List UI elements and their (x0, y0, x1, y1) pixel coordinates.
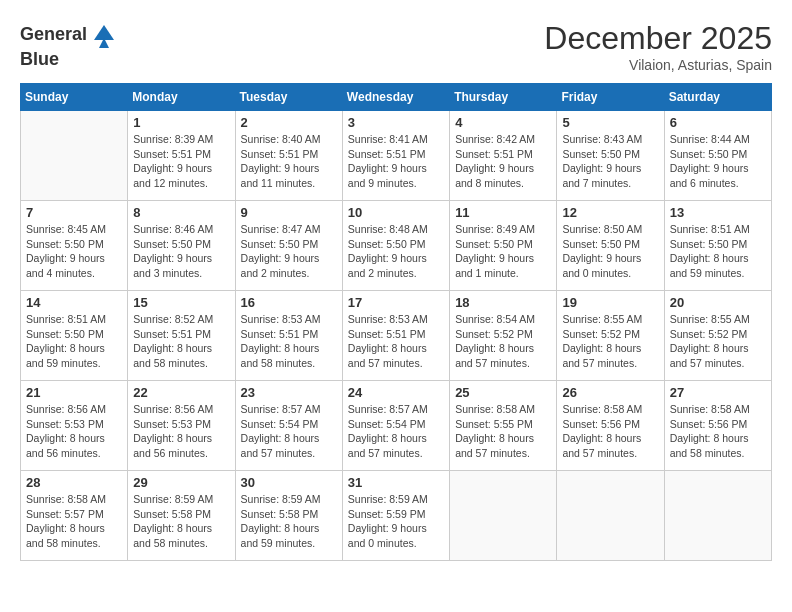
calendar-cell: 22Sunrise: 8:56 AMSunset: 5:53 PMDayligh… (128, 381, 235, 471)
day-number: 5 (562, 115, 658, 130)
svg-marker-0 (94, 25, 114, 40)
calendar-cell: 17Sunrise: 8:53 AMSunset: 5:51 PMDayligh… (342, 291, 449, 381)
calendar-cell: 18Sunrise: 8:54 AMSunset: 5:52 PMDayligh… (450, 291, 557, 381)
day-number: 12 (562, 205, 658, 220)
month-title: December 2025 (544, 20, 772, 57)
day-number: 4 (455, 115, 551, 130)
title-block: December 2025 Vilaion, Asturias, Spain (544, 20, 772, 73)
day-info: Sunrise: 8:49 AMSunset: 5:50 PMDaylight:… (455, 222, 551, 281)
calendar-week-4: 21Sunrise: 8:56 AMSunset: 5:53 PMDayligh… (21, 381, 772, 471)
calendar-cell: 13Sunrise: 8:51 AMSunset: 5:50 PMDayligh… (664, 201, 771, 291)
weekday-saturday: Saturday (664, 84, 771, 111)
calendar-table: SundayMondayTuesdayWednesdayThursdayFrid… (20, 83, 772, 561)
day-info: Sunrise: 8:59 AMSunset: 5:59 PMDaylight:… (348, 492, 444, 551)
day-number: 15 (133, 295, 229, 310)
calendar-cell (664, 471, 771, 561)
day-info: Sunrise: 8:54 AMSunset: 5:52 PMDaylight:… (455, 312, 551, 371)
calendar-cell: 4Sunrise: 8:42 AMSunset: 5:51 PMDaylight… (450, 111, 557, 201)
calendar-cell: 19Sunrise: 8:55 AMSunset: 5:52 PMDayligh… (557, 291, 664, 381)
calendar-cell (557, 471, 664, 561)
calendar-cell (450, 471, 557, 561)
calendar-week-3: 14Sunrise: 8:51 AMSunset: 5:50 PMDayligh… (21, 291, 772, 381)
day-info: Sunrise: 8:59 AMSunset: 5:58 PMDaylight:… (241, 492, 337, 551)
calendar-cell: 12Sunrise: 8:50 AMSunset: 5:50 PMDayligh… (557, 201, 664, 291)
logo-text: General (20, 25, 87, 45)
logo-icon (89, 20, 119, 50)
day-number: 7 (26, 205, 122, 220)
day-info: Sunrise: 8:53 AMSunset: 5:51 PMDaylight:… (348, 312, 444, 371)
calendar-cell: 27Sunrise: 8:58 AMSunset: 5:56 PMDayligh… (664, 381, 771, 471)
calendar-cell: 10Sunrise: 8:48 AMSunset: 5:50 PMDayligh… (342, 201, 449, 291)
day-number: 22 (133, 385, 229, 400)
calendar-cell: 16Sunrise: 8:53 AMSunset: 5:51 PMDayligh… (235, 291, 342, 381)
day-number: 6 (670, 115, 766, 130)
weekday-header-row: SundayMondayTuesdayWednesdayThursdayFrid… (21, 84, 772, 111)
calendar-cell: 8Sunrise: 8:46 AMSunset: 5:50 PMDaylight… (128, 201, 235, 291)
day-info: Sunrise: 8:53 AMSunset: 5:51 PMDaylight:… (241, 312, 337, 371)
day-number: 30 (241, 475, 337, 490)
day-info: Sunrise: 8:40 AMSunset: 5:51 PMDaylight:… (241, 132, 337, 191)
day-number: 29 (133, 475, 229, 490)
calendar-cell: 6Sunrise: 8:44 AMSunset: 5:50 PMDaylight… (664, 111, 771, 201)
calendar-cell: 31Sunrise: 8:59 AMSunset: 5:59 PMDayligh… (342, 471, 449, 561)
logo: General Blue (20, 20, 119, 70)
logo-blue: Blue (20, 49, 59, 69)
page-header: General Blue December 2025 Vilaion, Astu… (20, 20, 772, 73)
day-info: Sunrise: 8:48 AMSunset: 5:50 PMDaylight:… (348, 222, 444, 281)
day-info: Sunrise: 8:56 AMSunset: 5:53 PMDaylight:… (133, 402, 229, 461)
day-info: Sunrise: 8:58 AMSunset: 5:56 PMDaylight:… (562, 402, 658, 461)
day-number: 13 (670, 205, 766, 220)
calendar-cell: 3Sunrise: 8:41 AMSunset: 5:51 PMDaylight… (342, 111, 449, 201)
day-number: 24 (348, 385, 444, 400)
day-info: Sunrise: 8:46 AMSunset: 5:50 PMDaylight:… (133, 222, 229, 281)
day-number: 31 (348, 475, 444, 490)
calendar-cell: 9Sunrise: 8:47 AMSunset: 5:50 PMDaylight… (235, 201, 342, 291)
day-number: 14 (26, 295, 122, 310)
day-number: 10 (348, 205, 444, 220)
weekday-friday: Friday (557, 84, 664, 111)
day-info: Sunrise: 8:52 AMSunset: 5:51 PMDaylight:… (133, 312, 229, 371)
calendar-cell: 30Sunrise: 8:59 AMSunset: 5:58 PMDayligh… (235, 471, 342, 561)
weekday-wednesday: Wednesday (342, 84, 449, 111)
calendar-cell: 15Sunrise: 8:52 AMSunset: 5:51 PMDayligh… (128, 291, 235, 381)
day-info: Sunrise: 8:50 AMSunset: 5:50 PMDaylight:… (562, 222, 658, 281)
location: Vilaion, Asturias, Spain (544, 57, 772, 73)
calendar-cell: 20Sunrise: 8:55 AMSunset: 5:52 PMDayligh… (664, 291, 771, 381)
day-number: 27 (670, 385, 766, 400)
weekday-sunday: Sunday (21, 84, 128, 111)
day-info: Sunrise: 8:58 AMSunset: 5:56 PMDaylight:… (670, 402, 766, 461)
calendar-week-5: 28Sunrise: 8:58 AMSunset: 5:57 PMDayligh… (21, 471, 772, 561)
day-number: 9 (241, 205, 337, 220)
day-number: 20 (670, 295, 766, 310)
calendar-week-2: 7Sunrise: 8:45 AMSunset: 5:50 PMDaylight… (21, 201, 772, 291)
calendar-cell: 23Sunrise: 8:57 AMSunset: 5:54 PMDayligh… (235, 381, 342, 471)
day-number: 16 (241, 295, 337, 310)
calendar-cell: 26Sunrise: 8:58 AMSunset: 5:56 PMDayligh… (557, 381, 664, 471)
day-info: Sunrise: 8:44 AMSunset: 5:50 PMDaylight:… (670, 132, 766, 191)
day-number: 23 (241, 385, 337, 400)
day-number: 17 (348, 295, 444, 310)
calendar-cell: 14Sunrise: 8:51 AMSunset: 5:50 PMDayligh… (21, 291, 128, 381)
calendar-cell: 11Sunrise: 8:49 AMSunset: 5:50 PMDayligh… (450, 201, 557, 291)
calendar-cell: 25Sunrise: 8:58 AMSunset: 5:55 PMDayligh… (450, 381, 557, 471)
day-info: Sunrise: 8:55 AMSunset: 5:52 PMDaylight:… (670, 312, 766, 371)
day-info: Sunrise: 8:47 AMSunset: 5:50 PMDaylight:… (241, 222, 337, 281)
day-info: Sunrise: 8:55 AMSunset: 5:52 PMDaylight:… (562, 312, 658, 371)
day-info: Sunrise: 8:57 AMSunset: 5:54 PMDaylight:… (241, 402, 337, 461)
weekday-tuesday: Tuesday (235, 84, 342, 111)
day-info: Sunrise: 8:59 AMSunset: 5:58 PMDaylight:… (133, 492, 229, 551)
calendar-cell: 7Sunrise: 8:45 AMSunset: 5:50 PMDaylight… (21, 201, 128, 291)
day-info: Sunrise: 8:58 AMSunset: 5:55 PMDaylight:… (455, 402, 551, 461)
day-number: 11 (455, 205, 551, 220)
calendar-cell: 29Sunrise: 8:59 AMSunset: 5:58 PMDayligh… (128, 471, 235, 561)
day-info: Sunrise: 8:43 AMSunset: 5:50 PMDaylight:… (562, 132, 658, 191)
logo-general: General (20, 24, 87, 44)
day-info: Sunrise: 8:57 AMSunset: 5:54 PMDaylight:… (348, 402, 444, 461)
day-number: 25 (455, 385, 551, 400)
day-info: Sunrise: 8:56 AMSunset: 5:53 PMDaylight:… (26, 402, 122, 461)
day-number: 1 (133, 115, 229, 130)
day-number: 28 (26, 475, 122, 490)
day-number: 8 (133, 205, 229, 220)
day-number: 19 (562, 295, 658, 310)
calendar-cell: 28Sunrise: 8:58 AMSunset: 5:57 PMDayligh… (21, 471, 128, 561)
